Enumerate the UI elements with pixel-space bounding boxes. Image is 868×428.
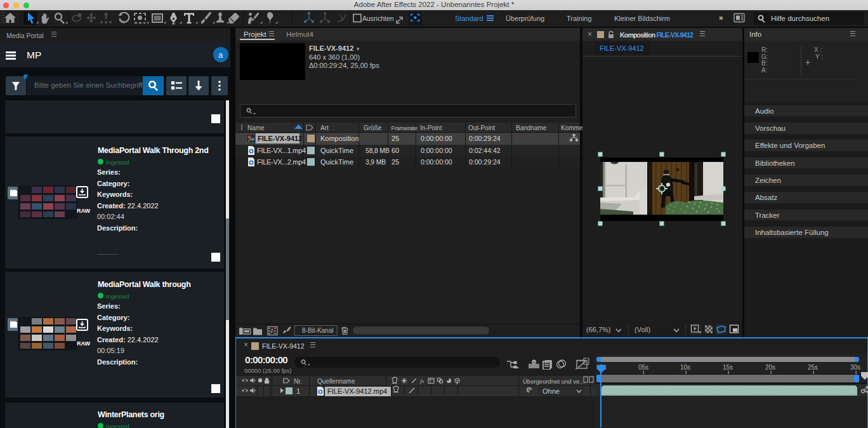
svg-text:fx: fx [420,378,424,384]
